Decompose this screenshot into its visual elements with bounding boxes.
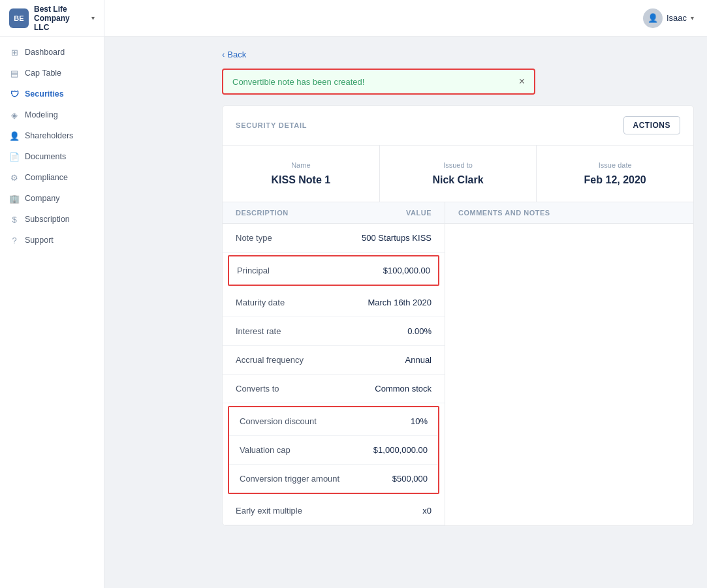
conversion-highlight-box: Conversion discount 10% Valuation cap $1…	[228, 406, 439, 494]
sidebar-item-company[interactable]: 🏢 Company	[0, 188, 104, 209]
row-desc: Conversion trigger amount	[240, 474, 392, 484]
row-desc: Interest rate	[236, 326, 407, 336]
table-row: Maturity date March 16th 2020	[223, 288, 445, 317]
table-icon: ▤	[9, 68, 20, 78]
issued-value: Nick Clark	[393, 174, 524, 186]
actions-button[interactable]: ACTIONS	[623, 116, 681, 134]
back-label: Back	[227, 50, 246, 59]
table-row: Note type 500 Startups KISS	[223, 224, 445, 253]
row-desc: Note type	[236, 233, 362, 243]
sidebar-item-label: Dashboard	[25, 48, 65, 57]
sidebar-item-documents[interactable]: 📄 Documents	[0, 146, 104, 167]
sidebar-header: BE Best Life Company LLC ▾	[0, 0, 104, 37]
conversion-trigger-row: Conversion trigger amount $500,000	[229, 465, 438, 493]
sidebar-item-label: Cap Table	[25, 69, 61, 78]
sidebar-item-dashboard[interactable]: ⊞ Dashboard	[0, 42, 104, 63]
row-val: Annual	[405, 355, 432, 365]
sidebar: BE Best Life Company LLC ▾ ⊞ Dashboard ▤…	[0, 0, 104, 588]
notes-content	[445, 224, 693, 245]
issued-to-cell: Issued to Nick Clark	[380, 146, 537, 202]
company-name: Best Life Company LLC	[34, 5, 86, 32]
detail-body: Description Value Note type 500 Startups…	[223, 202, 693, 525]
row-desc: Principal	[237, 266, 383, 275]
row-val: x0	[422, 506, 432, 516]
sidebar-item-label: Subscription	[25, 215, 70, 224]
valuation-cap-row: Valuation cap $1,000,000.00	[229, 436, 438, 465]
principal-highlight-box: Principal $100,000.00	[228, 255, 439, 286]
sidebar-item-label: Modeling	[25, 110, 58, 119]
sidebar-item-shareholders[interactable]: 👤 Shareholders	[0, 125, 104, 146]
col-val-header: Value	[406, 209, 432, 217]
user-avatar-icon: 👤	[643, 8, 663, 28]
sidebar-item-label: Company	[25, 194, 60, 203]
company-logo: BE	[9, 8, 29, 28]
row-desc: Conversion discount	[240, 416, 411, 426]
info-row: Name KISS Note 1 Issued to Nick Clark Is…	[223, 146, 693, 202]
back-arrow-icon: ‹	[222, 50, 225, 59]
row-val: Common stock	[375, 384, 432, 394]
top-bar: 👤 Isaac ▾	[104, 0, 707, 37]
shield-icon: 🛡	[9, 89, 20, 99]
col-desc-header: Description	[236, 209, 406, 217]
sidebar-item-compliance[interactable]: ⚙ Compliance	[0, 167, 104, 188]
name-value: KISS Note 1	[236, 174, 366, 186]
building-icon: 🏢	[9, 193, 20, 204]
user-chevron-icon: ▾	[691, 14, 694, 22]
row-desc: Early exit multiple	[236, 506, 422, 516]
table-row: Accrual frequency Annual	[223, 346, 445, 375]
table-header: Description Value	[223, 202, 445, 224]
row-val: 500 Startups KISS	[362, 233, 432, 243]
sidebar-item-label: Documents	[25, 152, 66, 161]
row-desc: Valuation cap	[240, 445, 373, 455]
company-chevron-icon[interactable]: ▾	[91, 14, 95, 22]
row-val: $1,000,000.00	[373, 445, 428, 455]
issue-date-value: Feb 12, 2020	[550, 174, 680, 186]
sidebar-item-label: Securities	[25, 89, 64, 99]
row-desc: Converts to	[236, 384, 375, 394]
sidebar-item-modeling[interactable]: ◈ Modeling	[0, 104, 104, 125]
early-exit-row: Early exit multiple x0	[223, 497, 445, 525]
issue-date-label: Issue date	[550, 161, 680, 169]
user-name: Isaac	[667, 13, 687, 23]
security-detail-card: SECURITY DETAIL ACTIONS Name KISS Note 1…	[222, 105, 694, 526]
row-val: $100,000.00	[383, 266, 430, 275]
grid-icon: ⊞	[9, 47, 20, 57]
sidebar-item-label: Support	[25, 236, 54, 245]
issue-date-cell: Issue date Feb 12, 2020	[537, 146, 693, 202]
sidebar-item-subscription[interactable]: $ Subscription	[0, 209, 104, 230]
sidebar-item-support[interactable]: ? Support	[0, 230, 104, 251]
detail-left: Description Value Note type 500 Startups…	[223, 202, 445, 525]
user-menu[interactable]: 👤 Isaac ▾	[643, 8, 694, 28]
chart-icon: ◈	[9, 110, 20, 120]
table-row: Interest rate 0.00%	[223, 317, 445, 346]
sidebar-item-securities[interactable]: 🛡 Securities	[0, 84, 104, 104]
main-content: ‹ Back Convertible note has been created…	[209, 37, 707, 588]
person-icon: 👤	[9, 131, 20, 141]
row-val: March 16th 2020	[368, 298, 432, 307]
sidebar-item-label: Shareholders	[25, 131, 73, 140]
question-icon: ?	[9, 235, 20, 245]
name-label: Name	[236, 161, 366, 169]
close-banner-button[interactable]: ×	[519, 76, 525, 87]
card-header: SECURITY DETAIL ACTIONS	[223, 106, 693, 146]
back-link[interactable]: ‹ Back	[222, 50, 694, 59]
detail-right: Comments and notes	[445, 202, 693, 525]
col-notes-header: Comments and notes	[445, 202, 693, 224]
sidebar-item-cap-table[interactable]: ▤ Cap Table	[0, 63, 104, 84]
row-val: 10%	[411, 416, 428, 426]
row-desc: Maturity date	[236, 298, 368, 307]
row-desc: Accrual frequency	[236, 355, 405, 365]
compliance-icon: ⚙	[9, 172, 20, 183]
sidebar-item-label: Compliance	[25, 173, 68, 182]
sidebar-nav: ⊞ Dashboard ▤ Cap Table 🛡 Securities ◈ M…	[0, 37, 104, 588]
section-title: SECURITY DETAIL	[236, 121, 307, 129]
name-cell: Name KISS Note 1	[223, 146, 380, 202]
row-val: $500,000	[392, 474, 428, 484]
success-text: Convertible note has been created!	[232, 77, 364, 87]
success-banner: Convertible note has been created! ×	[222, 69, 535, 95]
table-row: Converts to Common stock	[223, 375, 445, 403]
row-val: 0.00%	[407, 326, 432, 336]
doc-icon: 📄	[9, 151, 20, 162]
principal-row: Principal $100,000.00	[229, 256, 438, 285]
issued-label: Issued to	[393, 161, 524, 169]
